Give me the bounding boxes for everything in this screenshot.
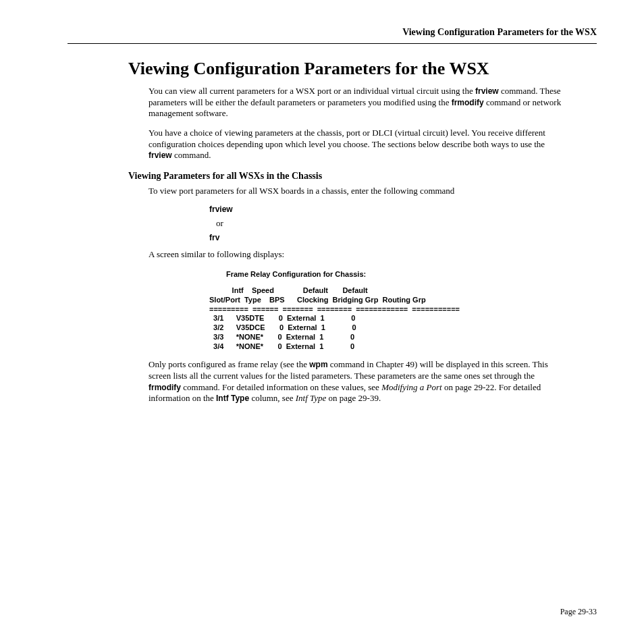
running-header: Viewing Configuration Parameters for the…	[68, 27, 597, 43]
ref-modifying-port: Modifying a Port	[381, 382, 442, 392]
cmd-frmodify: frmodify	[452, 98, 484, 107]
config-table: Intf Speed Default Default Slot/Port Typ…	[209, 286, 597, 351]
command-frview: frview	[209, 205, 597, 214]
col-intf-type: Intf Type	[216, 394, 249, 403]
ref-intf-type: Intf Type	[296, 393, 327, 403]
text: You have a choice of viewing parameters …	[149, 128, 545, 149]
table-title: Frame Relay Configuration for Chassis:	[226, 270, 597, 278]
cmd-frmodify: frmodify	[149, 383, 181, 392]
page-number: Page 29-33	[560, 607, 597, 617]
cmd-wpm: wpm	[309, 360, 327, 369]
text: column, see	[249, 393, 296, 403]
closing-para: Only ports configured as frame relay (se…	[149, 359, 567, 404]
text: You can view all current parameters for …	[149, 86, 475, 96]
subheading-chassis: Viewing Parameters for all WSXs in the C…	[128, 171, 597, 182]
intro-para-1: You can view all current parameters for …	[149, 86, 567, 119]
screen-intro: A screen similar to following displays:	[149, 249, 567, 261]
command-frv: frv	[209, 233, 597, 242]
text: command. For detailed information on the…	[181, 382, 381, 392]
chassis-intro: To view port parameters for all WSX boar…	[149, 186, 567, 197]
cmd-frview: frview	[475, 86, 499, 96]
text: command.	[172, 150, 211, 160]
cmd-frview: frview	[149, 151, 172, 160]
text: on page 29-39.	[326, 393, 381, 403]
or-separator: or	[216, 218, 597, 229]
header-rule	[68, 43, 597, 44]
page-title: Viewing Configuration Parameters for the…	[128, 59, 597, 79]
intro-para-2: You have a choice of viewing parameters …	[149, 128, 567, 161]
text: Only ports configured as frame relay (se…	[149, 359, 309, 369]
